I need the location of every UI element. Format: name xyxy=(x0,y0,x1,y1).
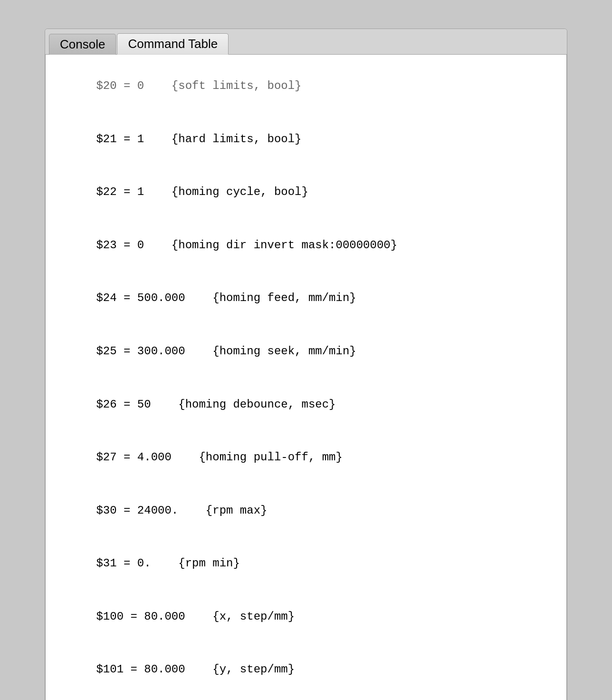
line-2: $22 = 1 {homing cycle, bool} xyxy=(96,185,308,198)
tab-command-table[interactable]: Command Table xyxy=(117,33,229,55)
line-7: $27 = 4.000 {homing pull-off, mm} xyxy=(96,451,342,464)
line-6: $26 = 50 {homing debounce, msec} xyxy=(96,398,335,411)
content-area: $20 = 0 {soft limits, bool} $21 = 1 {har… xyxy=(45,54,567,700)
line-9: $31 = 0. {rpm min} xyxy=(96,557,239,570)
line-10: $100 = 80.000 {x, step/mm} xyxy=(96,610,295,623)
line-8: $30 = 24000. {rpm max} xyxy=(96,504,267,517)
console-output: $20 = 0 {soft limits, bool} $21 = 1 {har… xyxy=(46,55,566,700)
line-4: $24 = 500.000 {homing feed, mm/min} xyxy=(96,292,356,304)
line-3: $23 = 0 {homing dir invert mask:00000000… xyxy=(96,239,397,252)
line-1: $21 = 1 {hard limits, bool} xyxy=(96,133,301,146)
partial-line: $20 = 0 {soft limits, bool} xyxy=(96,79,301,92)
tab-bar: Console Command Table xyxy=(45,29,567,54)
window-container: Console Command Table $20 = 0 {soft limi… xyxy=(45,29,567,700)
tab-console[interactable]: Console xyxy=(49,34,116,55)
line-11: $101 = 80.000 {y, step/mm} xyxy=(96,663,295,676)
line-5: $25 = 300.000 {homing seek, mm/min} xyxy=(96,345,356,358)
